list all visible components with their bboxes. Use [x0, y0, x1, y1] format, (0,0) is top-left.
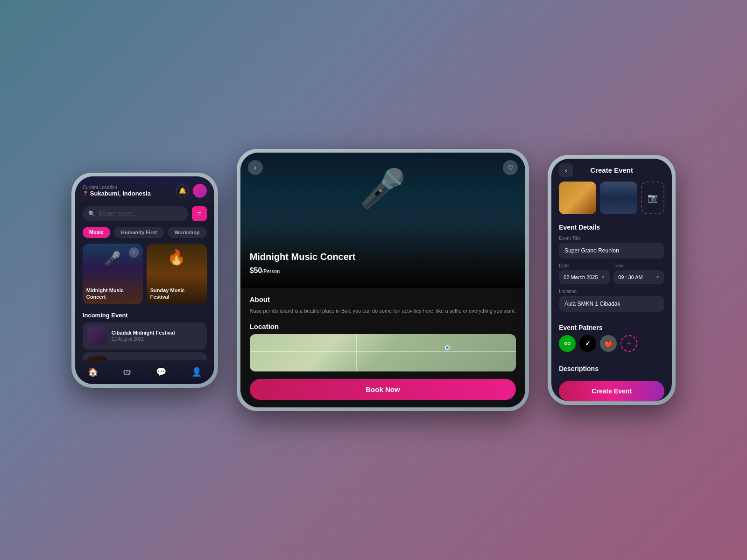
about-text: Nusa penida island is a beatiful place i…: [250, 307, 516, 315]
time-label: Time: [613, 263, 664, 268]
incoming-thumb-1: [87, 326, 107, 346]
phone2-shell: 🎤 ‹ ♡ Midnight Music Concert $50/Person …: [237, 149, 529, 412]
tab-humanity[interactable]: Humanity First: [114, 227, 164, 238]
search-placeholder: Search event...: [99, 210, 137, 217]
map-road-vertical: [356, 334, 357, 371]
filter-button[interactable]: ≡: [192, 206, 207, 221]
hero-event-title: Midnight Music Concert: [250, 251, 516, 262]
phone1-screen: Current Location 📍 Sukabumi, Indonesia 🔔…: [75, 176, 214, 384]
incoming-item-1[interactable]: Cibadak Midnight Festival 12 August 2021: [83, 322, 207, 350]
notification-bell-icon[interactable]: 🔔: [176, 184, 189, 197]
event-details-section: Event Details Event Title Super Grand Re…: [551, 220, 672, 320]
photos-row: 📷: [551, 182, 672, 220]
event-price: $50/Person: [250, 266, 280, 275]
event-card-1[interactable]: 🎤 ♡ Midnight Music Concert: [83, 244, 143, 304]
hero-mic-icon: 🎤: [359, 167, 406, 210]
map-location-dot: [445, 345, 450, 350]
pin-icon: 📍: [83, 191, 88, 196]
phone1-header: Current Location 📍 Sukabumi, Indonesia 🔔: [75, 176, 214, 203]
about-title: About: [250, 295, 516, 303]
create-event-button[interactable]: Create Event: [559, 381, 664, 401]
incoming-date-1: 12 August 2021: [112, 336, 175, 342]
descriptions-title: Descriptions: [559, 365, 664, 372]
add-partner-button[interactable]: +: [620, 335, 637, 352]
create-event-header: ‹ Create Event: [551, 159, 672, 182]
partner-apple-logo[interactable]: 🍎: [600, 335, 617, 352]
date-time-row: Date 02 March 2025 ▼ Time 09 : 30 AM ▼: [559, 263, 664, 284]
event-grid: 🎤 ♡ Midnight Music Concert 🔥 Sunday Musi…: [75, 240, 214, 308]
partners-title: Event Patners: [559, 324, 664, 331]
descriptions-section: Descriptions: [551, 361, 672, 381]
location-input[interactable]: Aula SMKN 1 Cibadak: [559, 296, 664, 312]
search-box[interactable]: 🔍 Search event...: [83, 206, 188, 221]
event-photo-2[interactable]: [600, 182, 637, 214]
book-now-button[interactable]: Book Now: [250, 379, 516, 400]
partner-nike-logo[interactable]: ✓: [579, 335, 596, 352]
favorite-button[interactable]: ♡: [503, 160, 518, 175]
partners-section: Event Patners GO ✓ 🍎 +: [551, 320, 672, 361]
nav-message-icon[interactable]: 💬: [156, 367, 166, 377]
search-row: 🔍 Search event... ≡: [75, 203, 214, 225]
date-label: Date: [559, 263, 610, 268]
incoming-title: Incoming Event: [83, 312, 207, 319]
heart-icon[interactable]: ♡: [129, 247, 139, 258]
phone3-screen: ‹ Create Event 📷 Event Details Event Tit…: [551, 159, 672, 401]
chevron-down-icon: ▼: [601, 275, 605, 280]
location-title: Location: [250, 322, 516, 330]
tab-workshop[interactable]: Workshop: [168, 227, 207, 238]
nav-home-icon[interactable]: 🏠: [88, 367, 98, 377]
event-title-2: Sunday Music Festival: [150, 287, 203, 301]
event-title-input[interactable]: Super Grand Reunion: [559, 243, 664, 259]
event-photo-1[interactable]: [559, 182, 596, 214]
phone1-shell: Current Location 📍 Sukabumi, Indonesia 🔔…: [71, 173, 218, 388]
category-tabs: Music Humanity First Workshop: [75, 225, 214, 240]
back-button[interactable]: ‹: [248, 160, 263, 175]
mic-icon: 🎤: [105, 251, 121, 266]
nav-profile-icon[interactable]: 👤: [191, 367, 202, 377]
fire-visual: 🔥: [167, 248, 186, 266]
chevron-down-icon-2: ▼: [655, 275, 660, 280]
incoming-name-1: Cibadak Midnight Festival: [112, 330, 175, 336]
event-details-title: Event Details: [559, 224, 664, 231]
location-input-label: Location: [559, 289, 664, 294]
location-label: Current Location: [83, 185, 151, 190]
event-title-label: Event Title: [559, 236, 664, 241]
add-photo-button[interactable]: 📷: [641, 182, 664, 214]
create-event-title: Create Event: [590, 166, 633, 174]
hero-image: 🎤 ‹ ♡ Midnight Music Concert $50/Person: [240, 153, 526, 288]
date-selector[interactable]: 02 March 2025 ▼: [559, 270, 610, 284]
search-icon: 🔍: [88, 210, 95, 217]
phone3-shell: ‹ Create Event 📷 Event Details Event Tit…: [548, 155, 676, 405]
bottom-nav: 🏠 🎟 💬 👤: [75, 360, 214, 384]
create-event-back-button[interactable]: ‹: [559, 163, 573, 177]
map-view: [250, 334, 516, 371]
partners-row: GO ✓ 🍎 +: [559, 335, 664, 352]
nav-ticket-icon[interactable]: 🎟: [123, 367, 131, 377]
map-road-horizontal: [250, 351, 516, 352]
event-title-1: Midnight Music Concert: [86, 287, 139, 301]
event-card-2[interactable]: 🔥 Sunday Music Festival: [147, 244, 207, 304]
partner-gojek-logo[interactable]: GO: [559, 335, 576, 352]
event-detail-content: About Nusa penida island is a beatiful p…: [240, 288, 526, 408]
avatar[interactable]: [193, 184, 207, 198]
time-selector[interactable]: 09 : 30 AM ▼: [613, 270, 664, 284]
city-name: Sukabumi, Indonesia: [90, 190, 151, 197]
phone2-screen: 🎤 ‹ ♡ Midnight Music Concert $50/Person …: [240, 153, 526, 408]
tab-music[interactable]: Music: [83, 227, 110, 238]
